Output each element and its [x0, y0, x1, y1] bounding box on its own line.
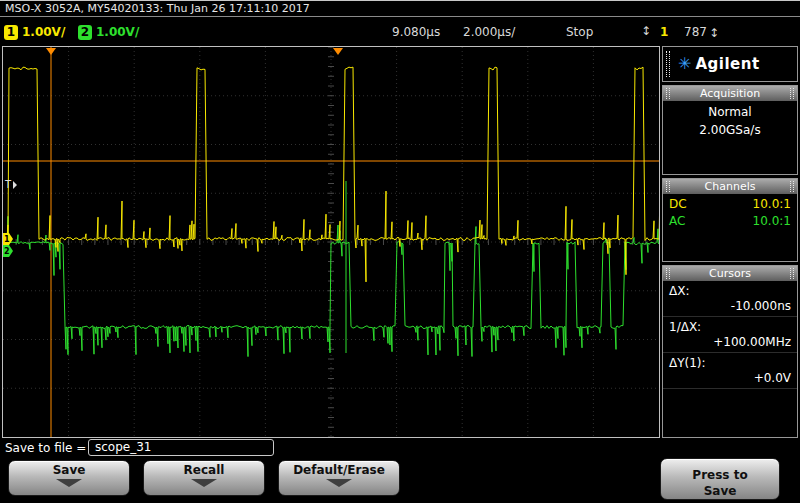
grip-icon	[666, 88, 670, 99]
filename-input[interactable]: scope_31	[88, 439, 274, 456]
cursors-title: Cursors	[673, 267, 787, 280]
agilent-logo-icon: ✳	[678, 56, 691, 72]
oscilloscope-screen: MSO-X 3052A, MY54020133: Thu Jan 26 17:1…	[0, 0, 800, 503]
channel1-probe-ratio: 10.0:1	[753, 197, 791, 211]
down-arrow-icon	[326, 479, 352, 487]
grip-icon	[666, 181, 670, 192]
acquisition-mode: Normal	[663, 105, 797, 119]
channel1-info-row[interactable]: DC 10.0:1	[663, 194, 797, 211]
cursor-label: ΔX:	[669, 284, 791, 298]
save-to-file-label: Save to file =	[5, 441, 86, 455]
trigger-level-arrow-icon: ↕	[709, 26, 719, 40]
down-arrow-icon	[191, 479, 217, 487]
save-button-label: Save	[9, 464, 129, 477]
scope-canvas: T12	[3, 47, 659, 437]
down-arrow-icon	[56, 479, 82, 487]
recall-button[interactable]: Recall	[143, 460, 265, 496]
time-reference-marker	[46, 48, 56, 55]
default-erase-button-label: Default/Erase	[279, 464, 399, 477]
channel1-badge[interactable]: 1	[4, 25, 18, 40]
cursor-value: +100.00MHz	[669, 335, 791, 349]
system-info-text: MSO-X 3052A, MY54020133: Thu Jan 26 17:1…	[5, 2, 310, 15]
cursor-inverse-delta-x-readout: 1/ΔX: +100.00MHz	[663, 317, 797, 353]
trigger-level[interactable]: 787	[684, 25, 707, 39]
channel2-ground-label: 2	[4, 247, 10, 256]
channel2-scale[interactable]: 1.00V/	[96, 25, 139, 39]
cursor-value: -10.000ns	[669, 299, 791, 313]
cursor-label: ΔY(1):	[669, 356, 791, 370]
brand-name: Agilent	[695, 55, 759, 73]
time-reference-marker	[333, 48, 343, 55]
grip-icon	[790, 88, 794, 99]
press-to-save-label-line2: Save	[661, 485, 779, 498]
trigger-marker-arrow-icon	[13, 181, 17, 189]
channel1-scale[interactable]: 1.00V/	[22, 25, 65, 39]
sample-rate: 2.00GSa/s	[663, 123, 797, 137]
channels-panel: Channels DC 10.0:1 AC 10.0:1	[662, 178, 798, 262]
cursor-value: +0.0V	[669, 371, 791, 385]
channel2-info-row[interactable]: AC 10.0:1	[663, 211, 797, 228]
softkey-bar: Save Recall Default/Erase Press to Save	[0, 458, 800, 503]
cursor-delta-x-readout: ΔX: -10.000ns	[663, 281, 797, 317]
cursor-delta-y-readout: ΔY(1): +0.0V	[663, 353, 797, 389]
trigger-slope-icon[interactable]: ↕	[641, 24, 651, 38]
cursors-header[interactable]: Cursors	[663, 266, 797, 281]
recall-button-label: Recall	[144, 464, 264, 477]
waveform-display: T12	[2, 46, 660, 438]
delay-time-readout[interactable]: 9.080μs	[392, 25, 440, 39]
default-erase-button[interactable]: Default/Erase	[278, 460, 400, 496]
channel1-ground-label: 1	[4, 235, 10, 244]
channels-title: Channels	[673, 180, 787, 193]
cursor-label: 1/ΔX:	[669, 320, 791, 334]
timebase-readout[interactable]: 2.000μs/	[463, 25, 515, 39]
title-bar: MSO-X 3052A, MY54020133: Thu Jan 26 17:1…	[0, 1, 800, 17]
brand-panel: ✳ Agilent	[662, 46, 798, 82]
channel1-coupling: DC	[669, 197, 687, 211]
channel2-coupling: AC	[669, 214, 685, 228]
cursors-panel: Cursors ΔX: -10.000ns 1/ΔX: +100.00MHz Δ…	[662, 265, 798, 438]
run-state[interactable]: Stop	[566, 25, 593, 39]
grip-icon	[790, 268, 794, 279]
acquisition-panel: Acquisition Normal 2.00GSa/s	[662, 85, 798, 175]
grip-icon	[666, 268, 670, 279]
trigger-level-marker[interactable]: T	[4, 179, 12, 190]
acquisition-header[interactable]: Acquisition	[663, 86, 797, 101]
acquisition-title: Acquisition	[673, 87, 787, 100]
grip-icon	[666, 51, 670, 77]
channel2-probe-ratio: 10.0:1	[753, 214, 791, 228]
press-to-save-label-line1: Press to	[661, 469, 779, 482]
save-button[interactable]: Save	[8, 460, 130, 496]
press-to-save-button[interactable]: Press to Save	[660, 458, 780, 500]
sidebar: ✳ Agilent Acquisition Normal 2.00GSa/s C…	[662, 46, 798, 438]
trigger-source[interactable]: 1	[660, 25, 668, 39]
channel2-badge[interactable]: 2	[78, 25, 92, 40]
grip-icon	[790, 181, 794, 192]
channels-header[interactable]: Channels	[663, 179, 797, 194]
